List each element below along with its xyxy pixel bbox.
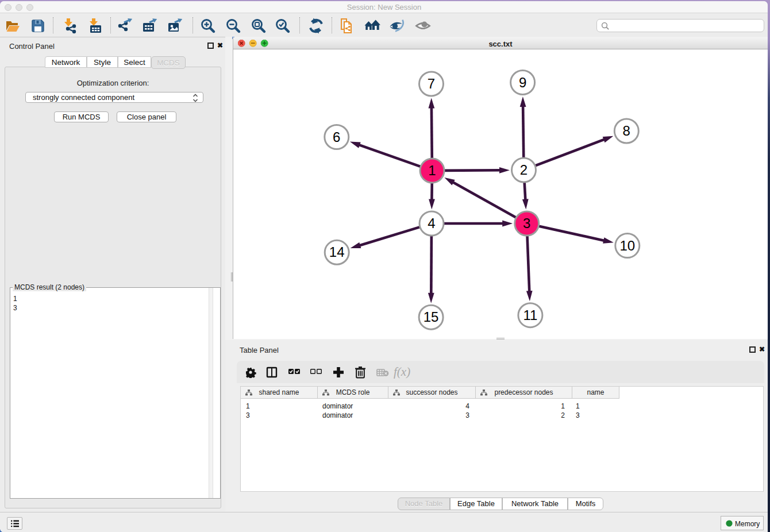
svg-text:11: 11	[523, 307, 537, 323]
svg-text:14: 14	[329, 244, 345, 260]
svg-text:9: 9	[519, 75, 526, 90]
svg-text:7: 7	[428, 76, 435, 91]
svg-text:6: 6	[333, 129, 340, 145]
svg-text:4: 4	[428, 215, 435, 231]
svg-text:10: 10	[619, 238, 635, 253]
svg-text:1: 1	[428, 163, 436, 178]
svg-text:2: 2	[520, 162, 528, 178]
svg-text:8: 8	[623, 123, 630, 138]
svg-text:3: 3	[523, 215, 530, 231]
svg-text:15: 15	[424, 309, 439, 325]
